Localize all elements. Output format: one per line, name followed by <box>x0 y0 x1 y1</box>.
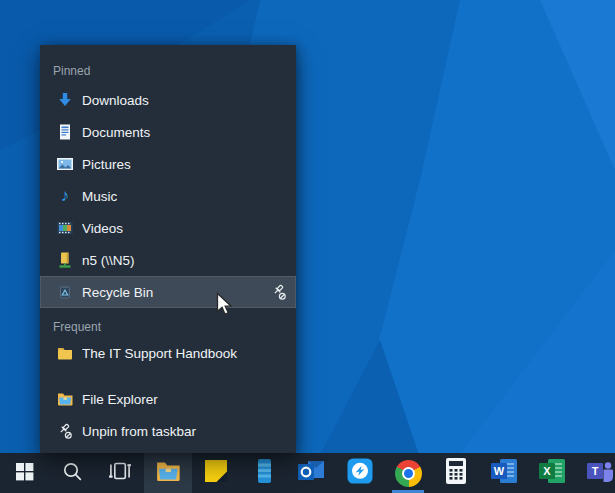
your-phone-icon <box>251 457 277 489</box>
teams-icon: T <box>586 458 614 488</box>
taskbar: W X T <box>0 453 615 493</box>
excel-icon: X <box>538 458 566 488</box>
svg-text:X: X <box>543 465 551 477</box>
network-drive-icon <box>56 251 74 269</box>
calculator-icon <box>445 457 467 489</box>
jumplist-item-label: Music <box>82 189 289 204</box>
unpin-from-list-icon[interactable] <box>269 282 289 302</box>
calculator-button[interactable] <box>432 453 480 493</box>
teams-button[interactable]: T <box>576 453 615 493</box>
word-icon: W <box>490 458 518 488</box>
pictures-icon <box>56 155 74 173</box>
your-phone-button[interactable] <box>240 453 288 493</box>
jumplist-item-label: n5 (\\N5) <box>82 253 289 268</box>
jumplist-item-label: Recycle Bin <box>82 285 269 300</box>
jumplist-spacer <box>40 369 296 383</box>
sticky-notes-button[interactable] <box>192 453 240 493</box>
svg-text:T: T <box>592 465 599 477</box>
jumplist-task-file-explorer[interactable]: File Explorer <box>40 383 296 415</box>
excel-button[interactable]: X <box>528 453 576 493</box>
jumplist-item-network-drive[interactable]: n5 (\\N5) <box>40 244 296 276</box>
windows-logo-icon <box>15 462 34 485</box>
documents-icon <box>56 123 74 141</box>
jumplist-item-label: The IT Support Handbook <box>82 346 289 361</box>
messenger-icon <box>347 458 373 488</box>
music-icon: ♪ <box>56 187 74 205</box>
file-explorer-button[interactable] <box>144 453 192 493</box>
start-button[interactable] <box>0 453 48 493</box>
jumplist-item-music[interactable]: ♪ Music <box>40 180 296 212</box>
jumplist-section-header-pinned: Pinned <box>40 61 296 81</box>
jumplist-item-label: Pictures <box>82 157 289 172</box>
jumplist-item-label: Downloads <box>82 93 289 108</box>
jumplist-panel: Pinned Downloads Documents Pictures ♪ Mu… <box>40 45 296 453</box>
jumplist-item-label: Videos <box>82 221 289 236</box>
messenger-button[interactable] <box>336 453 384 493</box>
jumplist-item-downloads[interactable]: Downloads <box>40 84 296 116</box>
chrome-button[interactable] <box>384 453 432 493</box>
file-explorer-icon <box>56 390 74 408</box>
recycle-bin-icon <box>56 283 74 301</box>
jumplist-item-pictures[interactable]: Pictures <box>40 148 296 180</box>
videos-icon <box>56 219 74 237</box>
jumplist-item-it-support-handbook[interactable]: The IT Support Handbook <box>40 337 296 369</box>
search-icon <box>61 460 84 487</box>
chrome-icon <box>395 460 422 487</box>
jumplist-item-label: Unpin from taskbar <box>82 424 289 439</box>
task-view-icon <box>108 461 132 485</box>
jumplist-item-label: Documents <box>82 125 289 140</box>
outlook-icon <box>297 458 327 488</box>
file-explorer-icon <box>154 457 182 489</box>
folder-icon <box>56 344 74 362</box>
unpin-icon <box>56 422 74 440</box>
task-view-button[interactable] <box>96 453 144 493</box>
jumplist-section-header-frequent: Frequent <box>40 317 296 337</box>
sticky-notes-icon <box>204 459 228 487</box>
jumplist-item-label: File Explorer <box>82 392 289 407</box>
outlook-button[interactable] <box>288 453 336 493</box>
svg-text:W: W <box>494 465 505 477</box>
jumplist-item-videos[interactable]: Videos <box>40 212 296 244</box>
jumplist-task-unpin-from-taskbar[interactable]: Unpin from taskbar <box>40 415 296 447</box>
downloads-icon <box>56 91 74 109</box>
desktop: { "desktop": { "colors": { "wallpaper_ba… <box>0 0 615 493</box>
search-button[interactable] <box>48 453 96 493</box>
word-button[interactable]: W <box>480 453 528 493</box>
jumplist-item-recycle-bin[interactable]: Recycle Bin <box>40 276 296 308</box>
jumplist-item-documents[interactable]: Documents <box>40 116 296 148</box>
